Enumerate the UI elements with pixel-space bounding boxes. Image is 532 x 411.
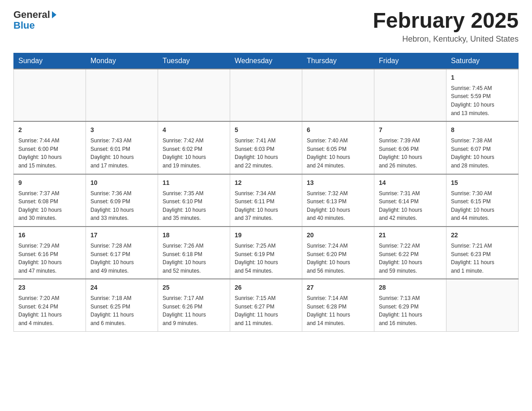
calendar-cell: 4Sunrise: 7:42 AMSunset: 6:02 PMDaylight…: [158, 121, 230, 174]
calendar-cell: [302, 69, 374, 121]
day-info: Sunrise: 7:28 AMSunset: 6:17 PMDaylight:…: [90, 242, 153, 275]
day-info: Sunrise: 7:13 AMSunset: 6:29 PMDaylight:…: [379, 294, 442, 327]
day-info: Sunrise: 7:17 AMSunset: 6:26 PMDaylight:…: [163, 294, 225, 327]
calendar-cell: 26Sunrise: 7:15 AMSunset: 6:27 PMDayligh…: [230, 279, 302, 331]
day-number: 19: [235, 231, 297, 240]
day-number: 15: [451, 178, 514, 188]
page-header: General Blue February 2025 Hebron, Kentu…: [13, 9, 519, 44]
day-info: Sunrise: 7:24 AMSunset: 6:20 PMDaylight:…: [307, 242, 369, 275]
location-title: Hebron, Kentucky, United States: [373, 34, 519, 44]
day-info: Sunrise: 7:32 AMSunset: 6:13 PMDaylight:…: [307, 189, 369, 223]
day-number: 7: [379, 125, 442, 135]
calendar-cell: 10Sunrise: 7:36 AMSunset: 6:09 PMDayligh…: [86, 174, 158, 227]
day-info: Sunrise: 7:20 AMSunset: 6:24 PMDaylight:…: [18, 294, 81, 327]
day-number: 1: [451, 73, 514, 82]
title-section: February 2025 Hebron, Kentucky, United S…: [373, 9, 519, 44]
col-friday: Friday: [374, 53, 446, 69]
day-info: Sunrise: 7:39 AMSunset: 6:06 PMDaylight:…: [379, 137, 442, 170]
day-number: 25: [163, 283, 225, 292]
day-info: Sunrise: 7:34 AMSunset: 6:11 PMDaylight:…: [235, 189, 297, 223]
calendar-cell: 21Sunrise: 7:22 AMSunset: 6:22 PMDayligh…: [374, 227, 446, 279]
calendar-cell: 17Sunrise: 7:28 AMSunset: 6:17 PMDayligh…: [86, 227, 158, 279]
calendar-cell: 15Sunrise: 7:30 AMSunset: 6:15 PMDayligh…: [446, 174, 519, 227]
calendar-cell: [14, 69, 86, 121]
day-number: 20: [307, 231, 369, 240]
day-info: Sunrise: 7:37 AMSunset: 6:08 PMDaylight:…: [18, 189, 81, 223]
day-info: Sunrise: 7:31 AMSunset: 6:14 PMDaylight:…: [379, 189, 442, 223]
col-thursday: Thursday: [302, 53, 374, 69]
day-info: Sunrise: 7:36 AMSunset: 6:09 PMDaylight:…: [90, 189, 153, 223]
calendar-cell: 23Sunrise: 7:20 AMSunset: 6:24 PMDayligh…: [14, 279, 86, 331]
day-number: 11: [163, 178, 225, 188]
day-info: Sunrise: 7:42 AMSunset: 6:02 PMDaylight:…: [163, 137, 225, 170]
logo-general: General: [13, 9, 56, 21]
calendar-cell: 6Sunrise: 7:40 AMSunset: 6:05 PMDaylight…: [302, 121, 374, 174]
day-number: 16: [18, 231, 81, 240]
day-number: 22: [451, 231, 514, 240]
day-info: Sunrise: 7:40 AMSunset: 6:05 PMDaylight:…: [307, 137, 369, 170]
logo: General Blue: [13, 9, 56, 31]
day-info: Sunrise: 7:41 AMSunset: 6:03 PMDaylight:…: [235, 137, 297, 170]
day-number: 21: [379, 231, 442, 240]
calendar-cell: 5Sunrise: 7:41 AMSunset: 6:03 PMDaylight…: [230, 121, 302, 174]
calendar-cell: [374, 69, 446, 121]
col-sunday: Sunday: [14, 53, 86, 69]
calendar-week-row: 23Sunrise: 7:20 AMSunset: 6:24 PMDayligh…: [14, 279, 519, 331]
day-number: 12: [235, 178, 297, 188]
day-number: 3: [90, 125, 153, 135]
calendar-cell: 11Sunrise: 7:35 AMSunset: 6:10 PMDayligh…: [158, 174, 230, 227]
day-info: Sunrise: 7:25 AMSunset: 6:19 PMDaylight:…: [235, 242, 297, 275]
day-info: Sunrise: 7:30 AMSunset: 6:15 PMDaylight:…: [451, 189, 514, 223]
calendar-cell: 12Sunrise: 7:34 AMSunset: 6:11 PMDayligh…: [230, 174, 302, 227]
calendar-cell: [230, 69, 302, 121]
calendar-cell: 1Sunrise: 7:45 AMSunset: 5:59 PMDaylight…: [446, 69, 519, 121]
calendar-cell: 16Sunrise: 7:29 AMSunset: 6:16 PMDayligh…: [14, 227, 86, 279]
calendar-cell: 14Sunrise: 7:31 AMSunset: 6:14 PMDayligh…: [374, 174, 446, 227]
calendar-cell: 9Sunrise: 7:37 AMSunset: 6:08 PMDaylight…: [14, 174, 86, 227]
day-number: 24: [90, 283, 153, 292]
month-title: February 2025: [373, 9, 519, 33]
day-info: Sunrise: 7:15 AMSunset: 6:27 PMDaylight:…: [235, 294, 297, 327]
calendar-cell: 24Sunrise: 7:18 AMSunset: 6:25 PMDayligh…: [86, 279, 158, 331]
calendar-cell: 7Sunrise: 7:39 AMSunset: 6:06 PMDaylight…: [374, 121, 446, 174]
calendar-cell: [158, 69, 230, 121]
day-info: Sunrise: 7:14 AMSunset: 6:28 PMDaylight:…: [307, 294, 369, 327]
day-number: 18: [163, 231, 225, 240]
day-number: 27: [307, 283, 369, 292]
col-tuesday: Tuesday: [158, 53, 230, 69]
day-number: 14: [379, 178, 442, 188]
day-number: 28: [379, 283, 442, 292]
day-info: Sunrise: 7:21 AMSunset: 6:23 PMDaylight:…: [451, 242, 514, 275]
calendar-week-row: 1Sunrise: 7:45 AMSunset: 5:59 PMDaylight…: [14, 69, 519, 121]
logo-general-text: General: [13, 9, 50, 21]
col-saturday: Saturday: [446, 53, 519, 69]
calendar-cell: 27Sunrise: 7:14 AMSunset: 6:28 PMDayligh…: [302, 279, 374, 331]
calendar-cell: 8Sunrise: 7:38 AMSunset: 6:07 PMDaylight…: [446, 121, 519, 174]
calendar-cell: 13Sunrise: 7:32 AMSunset: 6:13 PMDayligh…: [302, 174, 374, 227]
calendar-cell: 2Sunrise: 7:44 AMSunset: 6:00 PMDaylight…: [14, 121, 86, 174]
calendar-header-row: Sunday Monday Tuesday Wednesday Thursday…: [14, 53, 519, 69]
calendar-cell: 3Sunrise: 7:43 AMSunset: 6:01 PMDaylight…: [86, 121, 158, 174]
day-info: Sunrise: 7:26 AMSunset: 6:18 PMDaylight:…: [163, 242, 225, 275]
calendar-cell: 19Sunrise: 7:25 AMSunset: 6:19 PMDayligh…: [230, 227, 302, 279]
day-number: 17: [90, 231, 153, 240]
day-number: 8: [451, 125, 514, 135]
calendar-week-row: 2Sunrise: 7:44 AMSunset: 6:00 PMDaylight…: [14, 121, 519, 174]
calendar-cell: [86, 69, 158, 121]
day-info: Sunrise: 7:22 AMSunset: 6:22 PMDaylight:…: [379, 242, 442, 275]
day-number: 6: [307, 125, 369, 135]
calendar-table: Sunday Monday Tuesday Wednesday Thursday…: [13, 53, 519, 332]
calendar-cell: 20Sunrise: 7:24 AMSunset: 6:20 PMDayligh…: [302, 227, 374, 279]
day-info: Sunrise: 7:18 AMSunset: 6:25 PMDaylight:…: [90, 294, 153, 327]
day-info: Sunrise: 7:43 AMSunset: 6:01 PMDaylight:…: [90, 137, 153, 170]
day-info: Sunrise: 7:38 AMSunset: 6:07 PMDaylight:…: [451, 137, 514, 170]
day-info: Sunrise: 7:29 AMSunset: 6:16 PMDaylight:…: [18, 242, 81, 275]
day-info: Sunrise: 7:45 AMSunset: 5:59 PMDaylight:…: [451, 84, 514, 117]
day-number: 9: [18, 178, 81, 188]
day-info: Sunrise: 7:35 AMSunset: 6:10 PMDaylight:…: [163, 189, 225, 223]
day-number: 2: [18, 125, 81, 135]
day-number: 10: [90, 178, 153, 188]
day-number: 13: [307, 178, 369, 188]
day-number: 23: [18, 283, 81, 292]
col-wednesday: Wednesday: [230, 53, 302, 69]
